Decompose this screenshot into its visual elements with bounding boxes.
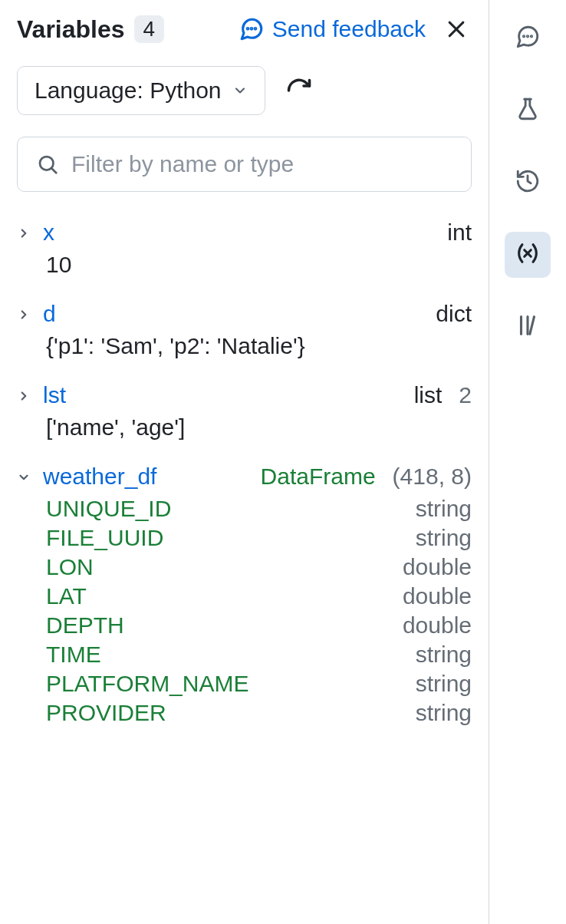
rail-columns[interactable] (505, 304, 551, 350)
svg-point-9 (531, 36, 531, 37)
language-label: Language: Python (35, 78, 222, 104)
column-row[interactable]: DEPTHdouble (46, 612, 472, 639)
variable-item: lstlist2['name', 'age'] (17, 382, 472, 441)
send-feedback-label: Send feedback (272, 16, 426, 42)
language-select[interactable]: Language: Python (17, 66, 265, 115)
close-icon (445, 18, 468, 41)
history-icon (515, 168, 541, 197)
variable-count-badge: 4 (134, 15, 165, 43)
column-type: string (416, 642, 472, 668)
variable-extra: 2 (459, 382, 472, 408)
variable-type: list (414, 382, 443, 408)
column-row[interactable]: PLATFORM_NAMEstring (46, 671, 472, 697)
svg-line-6 (51, 168, 56, 173)
comment-icon (239, 16, 265, 42)
svg-point-0 (247, 28, 248, 29)
rail-comment[interactable] (505, 15, 551, 61)
column-row[interactable]: LATdouble (46, 583, 472, 609)
column-row[interactable]: LONdouble (46, 554, 472, 580)
variable-item: ddict{'p1': 'Sam', 'p2': 'Natalie'} (17, 301, 472, 359)
variable-type: int (447, 219, 472, 246)
variable-name[interactable]: d (43, 301, 56, 327)
variable-extra: (418, 8) (393, 464, 472, 490)
svg-point-2 (255, 28, 256, 29)
column-type: double (403, 554, 472, 580)
refresh-icon (285, 77, 313, 104)
column-name: FILE_UUID (46, 525, 416, 551)
column-type: string (416, 525, 472, 551)
variable-value: 10 (17, 252, 472, 278)
columns-icon (515, 312, 541, 342)
flask-icon (515, 96, 541, 125)
svg-point-7 (523, 36, 524, 37)
variable-item: weather_dfDataFrame(418, 8)UNIQUE_IDstri… (17, 464, 472, 726)
search-icon (36, 153, 59, 176)
column-name: PROVIDER (46, 700, 416, 726)
rail-flask[interactable] (505, 87, 551, 134)
column-name: LAT (46, 583, 403, 609)
chevron-right-icon[interactable] (17, 223, 32, 245)
rail-history[interactable] (505, 160, 551, 206)
variables-icon (515, 240, 541, 269)
filter-box[interactable] (17, 137, 472, 192)
variable-value: ['name', 'age'] (17, 414, 472, 441)
variables-panel: Variables 4 Send feedback Language: Pyth… (0, 0, 489, 924)
column-name: UNIQUE_ID (46, 496, 416, 522)
variable-row[interactable]: ddict (17, 301, 472, 327)
svg-point-8 (527, 36, 528, 37)
right-rail (489, 0, 566, 924)
chevron-right-icon[interactable] (17, 386, 32, 408)
variable-item: xint10 (17, 219, 472, 278)
variable-name[interactable]: lst (43, 382, 66, 408)
variable-row[interactable]: weather_dfDataFrame(418, 8) (17, 464, 472, 490)
variable-name[interactable]: weather_df (43, 464, 156, 490)
rail-variables[interactable] (505, 232, 551, 278)
variable-list: xint10ddict{'p1': 'Sam', 'p2': 'Natalie'… (17, 219, 472, 726)
column-type: string (416, 700, 472, 726)
language-row: Language: Python (17, 66, 472, 115)
column-type: double (403, 612, 472, 639)
column-name: DEPTH (46, 612, 403, 639)
panel-title: Variables (17, 15, 125, 44)
variable-value: {'p1': 'Sam', 'p2': 'Natalie'} (17, 333, 472, 359)
column-row[interactable]: PROVIDERstring (46, 700, 472, 726)
column-type: double (403, 583, 472, 609)
variable-row[interactable]: lstlist2 (17, 382, 472, 408)
chevron-right-icon[interactable] (17, 305, 32, 326)
column-name: PLATFORM_NAME (46, 671, 416, 697)
panel-header: Variables 4 Send feedback (17, 14, 472, 45)
column-row[interactable]: TIMEstring (46, 642, 472, 668)
column-type: string (416, 671, 472, 697)
filter-input[interactable] (71, 151, 452, 177)
close-button[interactable] (441, 14, 472, 45)
column-name: TIME (46, 642, 416, 668)
variable-name[interactable]: x (43, 219, 54, 246)
svg-point-1 (251, 28, 252, 29)
variable-row[interactable]: xint (17, 219, 472, 246)
refresh-button[interactable] (284, 75, 314, 106)
variable-type: dict (436, 301, 472, 327)
comment-icon (515, 24, 541, 53)
column-type: string (416, 496, 472, 522)
variable-type: DataFrame (261, 464, 376, 490)
chevron-down-icon (232, 83, 248, 98)
column-name: LON (46, 554, 403, 580)
column-row[interactable]: FILE_UUIDstring (46, 525, 472, 551)
dataframe-columns: UNIQUE_IDstringFILE_UUIDstringLONdoubleL… (17, 496, 472, 726)
send-feedback-link[interactable]: Send feedback (239, 16, 426, 42)
chevron-down-icon[interactable] (17, 467, 32, 489)
svg-line-14 (530, 317, 535, 335)
column-row[interactable]: UNIQUE_IDstring (46, 496, 472, 522)
